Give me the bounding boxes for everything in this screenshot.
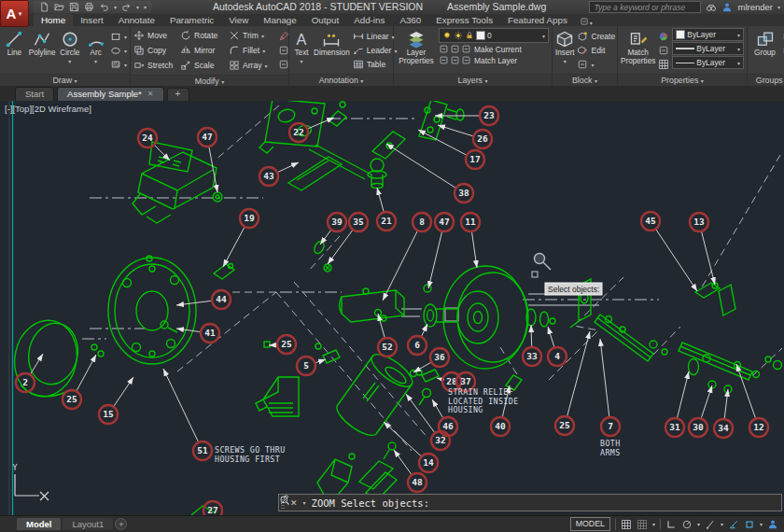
chevron-down-icon[interactable]: ▾ (697, 521, 700, 527)
chevron-down-icon[interactable]: ▾ (590, 20, 593, 26)
balloon-15[interactable]: 15 (99, 405, 118, 424)
layer-dropdown[interactable]: 0 ▾ (439, 28, 549, 43)
recent-commands-magnifier-icon[interactable] (279, 495, 290, 506)
fillet-button[interactable]: Fillet▾ (229, 44, 275, 58)
model-tab[interactable]: Model (17, 518, 61, 530)
chevron-down-icon[interactable]: ▾ (760, 521, 763, 527)
balloon-41[interactable]: 41 (201, 324, 219, 343)
hatch-button[interactable]: ▾ (110, 58, 127, 71)
balloon-25[interactable]: 25 (63, 390, 81, 409)
text-button[interactable]: Text▾ (292, 28, 311, 64)
linetype-dropdown[interactable]: ByLayer▾ (672, 56, 744, 69)
panel-label-properties[interactable]: Properties ▾ (618, 74, 747, 86)
group-button[interactable]: Group (750, 28, 779, 58)
close-icon[interactable]: ✕ (290, 498, 298, 508)
balloon-23[interactable]: 23 (480, 106, 498, 125)
balloon-25[interactable]: 25 (555, 416, 574, 435)
snap-mode-icon[interactable] (637, 519, 648, 530)
ellipse-button[interactable]: ▾ (110, 44, 127, 57)
layer-on-all-icon[interactable] (461, 55, 471, 65)
balloon-43[interactable]: 43 (259, 167, 278, 186)
layer-off-icon[interactable] (461, 44, 471, 54)
polar-tracking-icon[interactable] (681, 519, 693, 530)
chevron-down-icon[interactable]: ▾ (114, 4, 117, 10)
plot-icon[interactable] (84, 2, 94, 12)
layout1-tab[interactable]: Layout1 (63, 518, 113, 530)
balloon-30[interactable]: 30 (689, 418, 707, 437)
balloon-6[interactable]: 6 (408, 336, 427, 355)
balloon-13[interactable]: 13 (690, 213, 708, 231)
balloon-48[interactable]: 48 (408, 473, 427, 492)
edit-block-button[interactable]: Edit (577, 44, 615, 57)
drawing-canvas[interactable]: [-][Top][2D Wireframe] (0, 101, 784, 515)
new-drawing-tab-button[interactable]: + (167, 88, 189, 101)
tab-home[interactable]: Home (34, 14, 73, 26)
balloon-47[interactable]: 47 (198, 128, 217, 147)
layer-freeze-icon[interactable] (450, 44, 460, 54)
panel-label-annotation[interactable]: Annotation ▾ (289, 74, 393, 86)
move-button[interactable]: Move (133, 29, 180, 43)
balloon-5[interactable]: 5 (297, 357, 315, 375)
undo-icon[interactable] (99, 2, 109, 12)
arc-button[interactable]: Arc▾ (84, 28, 107, 64)
tab-view[interactable]: View (221, 14, 256, 26)
tab-a360[interactable]: A360 (392, 14, 428, 26)
balloon-25[interactable]: 25 (277, 335, 296, 354)
new-file-icon[interactable] (39, 2, 49, 12)
object-color-dropdown[interactable]: ByLayer▾ (672, 28, 744, 41)
save-icon[interactable] (69, 2, 79, 12)
layer-thaw-all-icon[interactable] (450, 55, 460, 65)
balloon-47[interactable]: 47 (435, 213, 454, 231)
erase-button[interactable] (278, 30, 289, 43)
lineweight-dropdown[interactable]: ByLayer▾ (672, 42, 744, 55)
balloon-26[interactable]: 26 (473, 130, 492, 148)
balloon-31[interactable]: 31 (665, 418, 684, 437)
balloon-40[interactable]: 40 (491, 417, 510, 436)
tab-addins[interactable]: Add-ins (346, 14, 392, 26)
table-button[interactable]: Table (353, 58, 398, 71)
layer-properties-button[interactable]: Layer Properties (397, 28, 436, 65)
qat-customize-icon[interactable]: ▾ (144, 4, 147, 10)
file-tab-start[interactable]: Start (15, 87, 54, 101)
linear-dimension-button[interactable]: Linear▾ (353, 30, 398, 43)
redo-icon[interactable] (121, 2, 132, 12)
balloon-33[interactable]: 33 (523, 347, 541, 366)
balloon-46[interactable]: 46 (439, 417, 457, 436)
copy-button[interactable]: Copy (133, 44, 180, 58)
balloon-45[interactable]: 45 (641, 212, 660, 231)
ribbon-display-icon[interactable] (579, 17, 590, 26)
insert-block-button[interactable]: Insert▾ (555, 28, 574, 64)
balloon-52[interactable]: 52 (378, 338, 397, 357)
tab-featured-apps[interactable]: Featured Apps (500, 14, 575, 26)
application-menu-button[interactable]: A▼ (0, 0, 29, 27)
chevron-down-icon[interactable]: ▾ (136, 4, 139, 10)
layer-isolate-icon[interactable] (439, 44, 449, 54)
command-prompt-text[interactable]: ZOOM Select objects: (312, 497, 429, 509)
signed-in-user[interactable]: mlrender (737, 2, 773, 12)
balloon-44[interactable]: 44 (212, 290, 231, 309)
panel-label-groups[interactable]: Groups ▾ (748, 74, 784, 86)
panel-label-draw[interactable]: Draw ▾ (0, 74, 130, 86)
annotation-monitor-icon[interactable] (767, 519, 778, 530)
panel-label-modify[interactable]: Modify ▾ (131, 75, 288, 86)
tab-output[interactable]: Output (304, 14, 346, 26)
tab-insert[interactable]: Insert (73, 14, 111, 26)
object-snap-tracking-icon[interactable] (728, 519, 739, 530)
model-space-toggle[interactable]: MODEL (570, 517, 610, 531)
balloon-21[interactable]: 21 (377, 212, 396, 231)
match-layer-button[interactable]: Match Layer (474, 56, 517, 65)
search-binoculars-icon[interactable] (706, 2, 717, 13)
array-button[interactable]: Array▾ (229, 59, 275, 73)
rotate-button[interactable]: Rotate (180, 29, 229, 43)
balloon-8[interactable]: 8 (413, 213, 431, 231)
command-line[interactable]: ✕ ▾ ZOOM Select objects: (278, 494, 782, 511)
plotstyle-button[interactable] (658, 58, 669, 71)
chevron-down-icon[interactable]: ▾ (303, 499, 306, 506)
balloon-24[interactable]: 24 (138, 129, 157, 147)
chevron-down-icon[interactable]: ▾ (777, 4, 780, 10)
chevron-down-icon[interactable]: ▾ (721, 521, 723, 527)
create-block-button[interactable]: Create (577, 30, 615, 43)
leader-button[interactable]: Leader▾ (353, 44, 398, 57)
object-snap-icon[interactable] (744, 519, 755, 530)
open-file-icon[interactable] (54, 2, 64, 12)
